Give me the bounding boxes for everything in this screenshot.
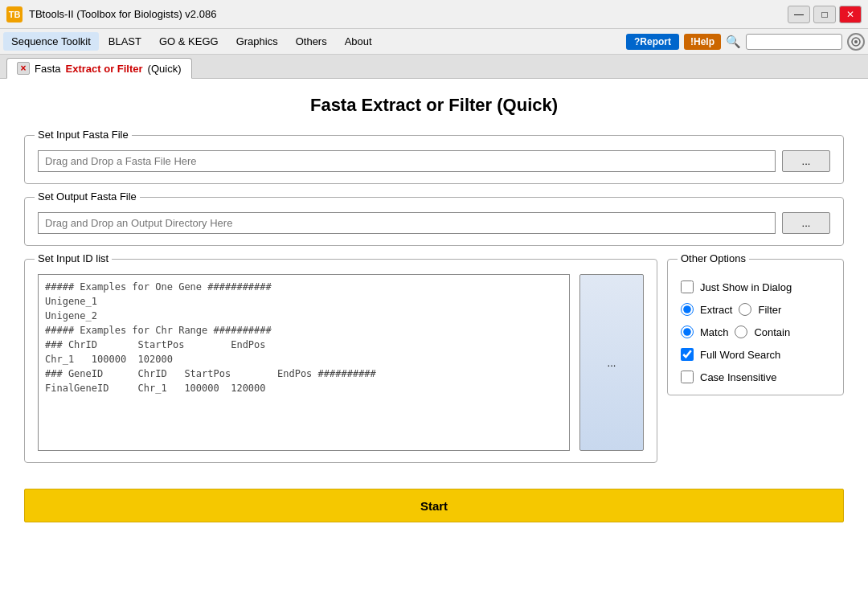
extract-label[interactable]: Extract [700, 304, 732, 316]
input-fasta-browse-button[interactable]: ... [782, 150, 830, 172]
app-icon: TB [6, 6, 23, 23]
close-button[interactable]: ✕ [839, 6, 862, 23]
settings-icon[interactable] [847, 33, 865, 51]
report-button[interactable]: ?Report [626, 34, 679, 50]
match-label[interactable]: Match [700, 326, 728, 338]
filter-label[interactable]: Filter [758, 304, 781, 316]
full-word-label[interactable]: Full Word Search [700, 349, 780, 361]
tab-title-colored: Extract or Filter [66, 63, 143, 75]
output-fasta-row: ... [38, 212, 830, 234]
contain-radio[interactable] [735, 326, 747, 338]
extract-radio[interactable] [681, 303, 694, 316]
page-title: Fasta Extract or Filter (Quick) [24, 95, 844, 116]
menu-graphics[interactable]: Graphics [228, 32, 286, 51]
id-list-browse-button[interactable]: ... [579, 274, 644, 451]
maximize-button[interactable]: □ [813, 6, 836, 23]
input-fasta-label: Set Input Fasta File [35, 129, 132, 141]
menu-sequence-toolkit[interactable]: Sequence Toolkit [3, 32, 99, 51]
case-insensitive-label[interactable]: Case Insensitive [700, 371, 776, 383]
id-list-section: Set Input ID list ##### Examples for One… [24, 259, 657, 463]
bottom-two-cols: Set Input ID list ##### Examples for One… [24, 259, 844, 476]
case-insensitive-checkbox[interactable] [681, 371, 694, 383]
input-fasta-field[interactable] [38, 150, 776, 172]
case-insensitive-row: Case Insensitive [681, 371, 830, 383]
menu-go-kegg[interactable]: GO & KEGG [151, 32, 227, 51]
search-icon: 🔍 [726, 35, 741, 49]
start-label: Start [420, 499, 448, 513]
idlist-browse-col: ... [579, 274, 644, 451]
other-options-section: Other Options Just Show in Dialog Extrac… [667, 259, 844, 395]
extract-filter-row: Extract Filter [681, 303, 830, 316]
just-show-row: Just Show in Dialog [681, 280, 830, 293]
full-word-row: Full Word Search [681, 348, 830, 361]
titlebar-controls: — □ ✕ [788, 6, 862, 23]
contain-label[interactable]: Contain [754, 326, 790, 338]
minimize-button[interactable]: — [788, 6, 810, 23]
output-fasta-browse-button[interactable]: ... [782, 212, 830, 234]
tab-suffix: (Quick) [148, 63, 182, 75]
input-fasta-section: Set Input Fasta File ... [24, 135, 844, 184]
just-show-checkbox[interactable] [681, 280, 694, 293]
search-input[interactable] [746, 34, 842, 50]
match-contain-row: Match Contain [681, 326, 830, 338]
start-button[interactable]: Start [24, 489, 844, 522]
menubar: Sequence Toolkit BLAST GO & KEGG Graphic… [0, 29, 868, 55]
just-show-label[interactable]: Just Show in Dialog [700, 281, 792, 293]
id-list-label: Set Input ID list [35, 252, 112, 264]
titlebar: TB TBtools-II (Toolbox for Biologists) v… [0, 0, 868, 29]
full-word-checkbox[interactable] [681, 348, 694, 361]
id-list-textarea[interactable]: ##### Examples for One Gene ########### … [38, 274, 570, 451]
help-button[interactable]: !Help [684, 34, 721, 50]
menubar-right: ?Report !Help 🔍 [626, 33, 865, 51]
other-options-label: Other Options [678, 252, 749, 264]
menu-blast[interactable]: BLAST [100, 32, 149, 51]
menu-others[interactable]: Others [288, 32, 335, 51]
output-fasta-label: Set Output Fasta File [35, 190, 140, 203]
svg-point-0 [854, 40, 858, 43]
menu-about[interactable]: About [337, 32, 380, 51]
tabbar: × Fasta Extract or Filter (Quick) [0, 55, 868, 79]
match-radio[interactable] [681, 326, 694, 338]
titlebar-title: TBtools-II (Toolbox for Biologists) v2.0… [29, 8, 788, 20]
tab-close-button[interactable]: × [17, 62, 30, 75]
idlist-inner: ##### Examples for One Gene ########### … [38, 274, 644, 451]
output-fasta-section: Set Output Fasta File ... [24, 197, 844, 246]
filter-radio[interactable] [739, 303, 751, 316]
output-fasta-field[interactable] [38, 212, 776, 234]
input-fasta-row: ... [38, 150, 830, 172]
main-content: Fasta Extract or Filter (Quick) Set Inpu… [0, 79, 868, 606]
tab-prefix: Fasta [35, 63, 61, 75]
fasta-extract-tab[interactable]: × Fasta Extract or Filter (Quick) [6, 58, 192, 79]
